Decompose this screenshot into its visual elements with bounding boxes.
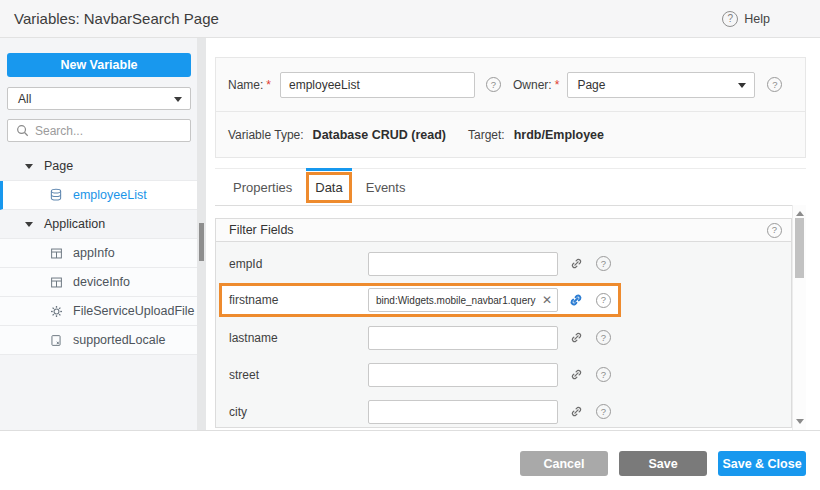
owner-value: Page [577,78,605,92]
tree-group-page[interactable]: Page [0,152,197,181]
bind-link-icon[interactable] [568,330,584,346]
filter-row-empid: empId ? [216,245,791,282]
bind-link-icon[interactable] [568,367,584,383]
content-scrollbar-thumb[interactable] [795,218,804,278]
cancel-button[interactable]: Cancel [520,451,608,476]
gear-icon [49,305,63,318]
search-box [7,119,191,142]
filter-row-street: street ? [216,356,791,393]
type-target-row: Variable Type: Database CRUD (read) Targ… [216,112,805,158]
tree-group-application[interactable]: Application [0,210,197,239]
chevron-down-icon [738,83,746,88]
lastname-input[interactable] [368,326,558,350]
variables-sidebar: New Variable All Page [0,38,206,430]
new-variable-button[interactable]: New Variable [7,53,191,77]
tree-item-fileserviceuploadfile[interactable]: FileServiceUploadFile [0,297,197,326]
dialog-footer: Cancel Save Save & Close [0,430,820,490]
empid-input[interactable] [368,252,558,276]
search-icon [16,124,29,137]
help-circle-icon: ? [722,11,738,27]
filter-row-firstname: firstname bind:Widgets.mobile_navbar1.qu… [216,282,791,319]
tree-item-label: appInfo [73,246,115,260]
help-button[interactable]: ? Help [722,11,770,27]
name-label: Name: [228,78,263,92]
tree-item-appinfo[interactable]: appInfo [0,239,197,268]
variable-filter-select[interactable]: All [7,87,191,110]
active-tab-indicator [306,168,351,171]
field-help-icon[interactable]: ? [596,293,611,308]
city-input[interactable] [368,400,558,424]
tab-events[interactable]: Events [356,169,416,205]
filter-fields-title: Filter Fields [229,223,294,237]
owner-select[interactable]: Page [567,72,755,98]
filter-fields-header: Filter Fields ? [216,219,791,242]
sidebar-scrollbar-thumb[interactable] [199,223,204,261]
filter-fields-panel: Filter Fields ? empId ? firstname [215,218,792,428]
annotation-highlight-firstname-row: firstname bind:Widgets.mobile_navbar1.qu… [219,283,621,317]
content-scrollbar[interactable] [792,205,806,430]
target-value: hrdb/Employee [514,128,604,142]
tree-item-label: supportedLocale [73,333,165,347]
tab-data[interactable]: Data [309,180,348,195]
field-help-icon[interactable]: ? [596,330,611,345]
firstname-bound-input[interactable]: bind:Widgets.mobile_navbar1.query ✕ [368,288,558,312]
collapse-caret-icon [25,222,33,227]
variable-filter-value: All [18,92,31,106]
sidebar-scrollbar[interactable] [197,38,206,430]
clear-binding-icon[interactable]: ✕ [542,294,552,306]
scroll-up-icon[interactable] [796,211,804,216]
annotation-highlight-data-tab: Data [306,172,351,203]
name-help-icon[interactable]: ? [486,77,501,92]
save-button[interactable]: Save [619,451,707,476]
grid-icon [49,247,63,260]
field-help-icon[interactable]: ? [596,404,611,419]
bound-expression: bind:Widgets.mobile_navbar1.query [376,295,538,306]
chevron-down-icon [174,97,182,102]
field-label: firstname [229,293,368,307]
tab-properties[interactable]: Properties [223,169,302,205]
variable-info-panel: Name: * ? Owner: * Page ? Variable Type:… [215,57,806,158]
tree-group-label: Page [44,159,73,173]
variables-dialog: Variables: NavbarSearch Page ? Help New … [0,0,820,490]
variable-type-label: Variable Type: [228,128,304,142]
variables-tree: Page employeeList Application appIn [0,152,197,355]
owner-help-icon[interactable]: ? [767,77,782,92]
save-and-close-button[interactable]: Save & Close [718,451,806,476]
tree-item-deviceinfo[interactable]: deviceInfo [0,268,197,297]
grid-icon [49,276,63,289]
filter-row-lastname: lastname ? [216,319,791,356]
tree-item-supportedlocale[interactable]: supportedLocale [0,326,197,355]
name-required-marker: * [266,78,271,92]
field-label: street [229,368,368,382]
tree-group-label: Application [44,217,105,231]
scroll-down-icon[interactable] [796,419,804,424]
page-title: Variables: NavbarSearch Page [14,10,219,27]
tree-item-label: FileServiceUploadFile [73,304,195,318]
bind-link-icon[interactable] [568,404,584,420]
street-input[interactable] [368,363,558,387]
field-label: lastname [229,331,368,345]
field-label: empId [229,257,368,271]
name-input[interactable] [280,72,475,98]
collapse-caret-icon [25,164,33,169]
tree-item-label: deviceInfo [73,275,130,289]
filter-fields-help-icon[interactable]: ? [767,223,782,238]
field-help-icon[interactable]: ? [596,256,611,271]
variable-type-value: Database CRUD (read) [313,128,446,142]
help-label: Help [744,12,770,26]
owner-label: Owner: [513,78,552,92]
target-label: Target: [468,128,505,142]
database-icon [49,188,63,202]
tree-item-employeelist[interactable]: employeeList [0,181,197,210]
field-label: city [229,405,368,419]
document-icon [49,334,63,347]
field-help-icon[interactable]: ? [596,367,611,382]
variable-detail-panel: Name: * ? Owner: * Page ? Variable Type:… [206,38,820,430]
owner-required-marker: * [555,78,560,92]
search-input[interactable] [35,124,175,138]
bind-link-icon[interactable] [568,256,584,272]
detail-tabs: Properties Data Events [215,168,806,206]
target-group: Target: hrdb/Employee [468,128,604,142]
bind-link-icon-active[interactable] [568,292,584,308]
filter-fields-body: empId ? firstname bind:Widgets.mobile_na… [216,242,791,430]
